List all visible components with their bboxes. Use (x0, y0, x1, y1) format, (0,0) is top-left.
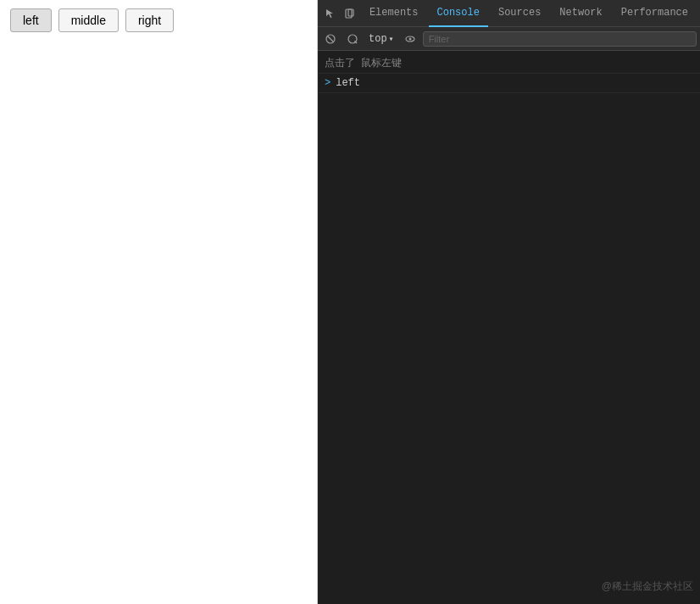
devtools-toolbar: top ▾ (318, 27, 700, 51)
svg-point-7 (408, 37, 411, 40)
button-area: leftmiddleright (0, 0, 317, 41)
console-line: > left (318, 74, 700, 93)
devtools-tab-bar: Elements Console Sources Network Perform… (318, 0, 700, 27)
top-frame-dropdown[interactable]: top ▾ (365, 31, 397, 47)
tab-console[interactable]: Console (429, 0, 488, 27)
devtools-panel: Elements Console Sources Network Perform… (318, 0, 700, 604)
tab-network[interactable]: Network (551, 0, 610, 27)
device-icon[interactable] (341, 3, 358, 24)
svg-line-3 (328, 36, 333, 42)
filter-input[interactable] (423, 31, 697, 47)
btn-btn-middle[interactable]: middle (58, 8, 119, 32)
eye-icon[interactable] (401, 30, 419, 48)
svg-rect-1 (348, 9, 353, 16)
console-prompt-icon[interactable]: > (325, 75, 331, 91)
btn-btn-left[interactable]: left (10, 8, 52, 32)
tab-sources[interactable]: Sources (490, 0, 549, 27)
chevron-down-icon: ▾ (389, 34, 394, 44)
clear-console-icon[interactable] (321, 30, 340, 48)
btn-btn-right[interactable]: right (125, 8, 174, 32)
tab-performance[interactable]: Performance (613, 0, 697, 27)
watermark: @稀土掘金技术社区 (602, 579, 693, 594)
left-panel: leftmiddleright (0, 0, 318, 604)
console-output: 点击了 鼠标左键 > left (318, 51, 700, 604)
filter-icon[interactable] (343, 30, 362, 48)
console-line: 点击了 鼠标左键 (318, 54, 700, 74)
inspect-icon[interactable] (321, 3, 339, 24)
tab-elements[interactable]: Elements (361, 0, 427, 27)
